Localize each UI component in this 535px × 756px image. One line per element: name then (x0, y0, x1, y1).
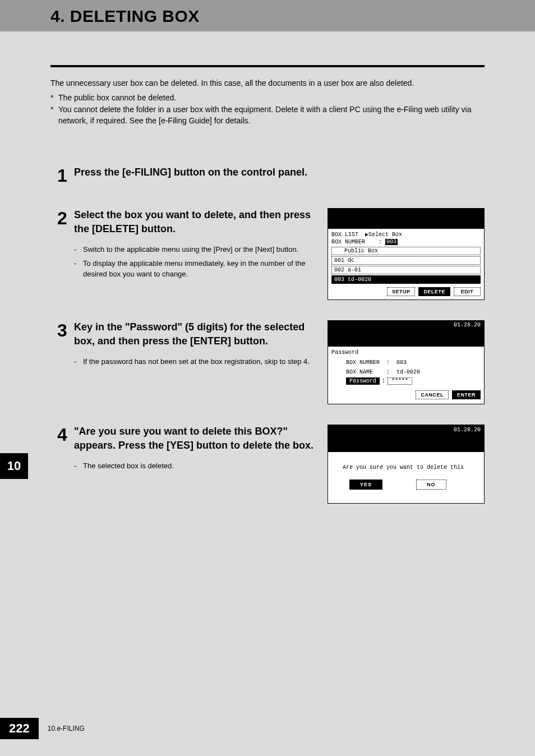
no-button[interactable]: NO (416, 480, 446, 490)
step-title: "Are you sure you want to delete this BO… (74, 425, 317, 452)
intro-note-text: The public box cannot be deleted. (58, 92, 176, 103)
step-body: Key in the "Password" (5 digits) for the… (74, 320, 328, 404)
dash-icon: - (74, 245, 83, 255)
lcd-colon-icon: : (382, 378, 385, 384)
lcd-password-label: Password (346, 377, 380, 385)
step-number: 1 (50, 165, 74, 188)
lcd-password-row: Password : ***** (346, 377, 481, 385)
step-bullets: -The selected box is deleted. (74, 461, 317, 472)
steps: 1 Press the [e-FILING] button on the con… (50, 165, 485, 504)
step-bullet: Switch to the applicable menu using the … (83, 245, 298, 255)
lcd-password-input[interactable]: ***** (388, 377, 412, 385)
delete-button[interactable]: DELETE (418, 287, 450, 296)
step-title: Select the box you want to delete, and t… (74, 208, 317, 236)
step-figure: BOX LIST ▶Select Box BOX NUMBER : 003 Pu… (328, 208, 485, 300)
edit-button[interactable]: EDIT (454, 287, 481, 296)
lcd-button-row: SETUP DELETE EDIT (331, 287, 481, 296)
step-bullets: -Switch to the applicable menu using the… (74, 245, 317, 280)
chapter-tab: 10 (0, 453, 28, 479)
step-number: 2 (50, 208, 74, 300)
intro-note-text: You cannot delete the folder in a user b… (58, 104, 485, 127)
lcd-header-bar: 01.28.20 (328, 321, 484, 332)
step-body: "Are you sure you want to delete this BO… (74, 425, 328, 504)
lcd-header-bar: 01.28.20 (328, 425, 484, 437)
dash-icon: - (74, 259, 83, 280)
lcd-box-number-value: 003 (385, 239, 398, 245)
lcd-time: 01.28.20 (454, 427, 481, 433)
step-body: Press the [e-FILING] button on the contr… (74, 165, 332, 188)
step: 2 Select the box you want to delete, and… (50, 208, 485, 300)
intro-note: * The public box cannot be deleted. (50, 92, 485, 103)
lcd-list-item-selected[interactable]: 003 td-0020 (331, 275, 481, 284)
lcd-box-number-line: BOX NUMBER : 003 (331, 238, 481, 246)
step-title: Press the [e-FILING] button on the contr… (74, 165, 322, 179)
divider (50, 65, 485, 67)
lcd-subheader (328, 437, 484, 452)
lcd-confirm-buttons: YES NO (333, 480, 479, 501)
page: 4. DELETING BOX The unnecessary user box… (0, 0, 535, 756)
step-number: 3 (50, 320, 74, 404)
lcd-list-item[interactable]: 001 dc (331, 256, 481, 265)
step-figure: 01.28.20 Are you sure you want to delete… (328, 425, 485, 504)
step: 3 Key in the "Password" (5 digits) for t… (50, 320, 485, 404)
setup-button[interactable]: SETUP (387, 287, 416, 296)
lcd-box-number-label: BOX NUMBER : (331, 239, 382, 245)
step-title: Key in the "Password" (5 digits) for the… (74, 320, 317, 348)
lcd-list-item[interactable]: Public Box (331, 247, 481, 255)
dash-icon: - (74, 357, 83, 367)
lcd-screen-box-list: BOX LIST ▶Select Box BOX NUMBER : 003 Pu… (328, 208, 485, 300)
lcd-subheader (328, 332, 484, 347)
lcd-breadcrumb: BOX LIST ▶Select Box (331, 231, 481, 238)
step-bullets: -If the password has not been set at the… (74, 357, 317, 367)
page-number: 222 (0, 718, 39, 739)
intro-main: The unnecessary user box can be deleted.… (50, 77, 485, 89)
lcd-screen-confirm: 01.28.20 Are you sure you want to delete… (328, 425, 485, 504)
asterisk-icon: * (50, 104, 58, 127)
enter-button[interactable]: ENTER (452, 390, 481, 399)
step-body: Select the box you want to delete, and t… (74, 208, 328, 300)
asterisk-icon: * (50, 92, 58, 103)
intro-block: The unnecessary user box can be deleted.… (50, 77, 485, 126)
lcd-list-item[interactable]: 002 a-01 (331, 266, 481, 274)
step-bullet: The selected box is deleted. (83, 461, 174, 472)
lcd-box-name: BOX NAME : td-0020 (346, 369, 481, 375)
lcd-header-bar (328, 209, 484, 229)
step-bullet: To display the applicable menu immediate… (83, 259, 317, 280)
lcd-button-row: CANCEL ENTER (331, 390, 481, 399)
dash-icon: - (74, 461, 83, 472)
section-title: 4. DELETING BOX (50, 7, 524, 26)
step: 1 Press the [e-FILING] button on the con… (50, 165, 485, 188)
step-number: 4 (50, 425, 74, 504)
content-area: The unnecessary user box can be deleted.… (0, 31, 535, 504)
lcd-heading: Password (331, 349, 481, 356)
section-title-bar: 4. DELETING BOX (0, 0, 535, 31)
step: 4 "Are you sure you want to delete this … (50, 425, 485, 504)
footer-section-label: 10.e-FILING (39, 725, 85, 732)
yes-button[interactable]: YES (349, 480, 382, 490)
intro-note: * You cannot delete the folder in a user… (50, 104, 485, 127)
lcd-screen-password: 01.28.20 Password BOX NUMBER : 003 BOX N… (328, 320, 485, 404)
page-footer: 222 10.e-FILING (0, 718, 85, 739)
step-figure: 01.28.20 Password BOX NUMBER : 003 BOX N… (328, 320, 485, 404)
lcd-confirm-text: Are you sure you want to delete this (343, 464, 479, 471)
lcd-time: 01.28.20 (454, 322, 481, 328)
lcd-box-number: BOX NUMBER : 003 (346, 359, 481, 366)
cancel-button[interactable]: CANCEL (416, 390, 449, 399)
step-bullet: If the password has not been set at the … (83, 357, 310, 367)
